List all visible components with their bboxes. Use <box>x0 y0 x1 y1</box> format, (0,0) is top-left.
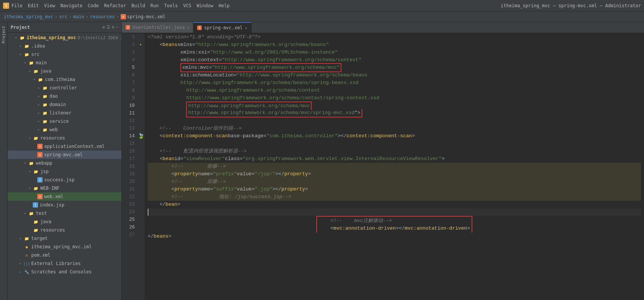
left-panel-tab: Project <box>0 22 8 300</box>
jsp-folder-label: jsp <box>40 169 49 174</box>
linenum-20: 20 <box>122 178 135 186</box>
breadcrumb-src[interactable]: src <box>59 14 67 19</box>
breadcrumb-main[interactable]: main <box>73 14 84 19</box>
project-label: itheima_spring_mvc <box>27 35 76 40</box>
web-label: web <box>49 127 58 132</box>
tree-item-controller[interactable]: 📁 controller <box>8 84 121 92</box>
tree-item-webxml[interactable]: x web.xml <box>8 192 121 201</box>
tree-item-resources-test[interactable]: 📁 resources <box>8 226 121 234</box>
extlibs-icon: ||| <box>24 261 30 266</box>
tree-item-scratches[interactable]: 🔧 Scratches and Consoles <box>8 268 121 276</box>
folder-icon-main: 📁 <box>28 60 34 65</box>
chevron-project <box>14 35 18 40</box>
menu-refactor[interactable]: Refactor <box>104 3 126 8</box>
tab-springmvc[interactable]: x spring-mvc.xml ✕ <box>193 22 251 33</box>
tree-item-src[interactable]: 📁 src <box>8 50 121 59</box>
menu-code[interactable]: Code <box>88 3 99 8</box>
tree-item-service[interactable]: 📁 service <box>8 117 121 125</box>
chevron-target <box>18 236 23 241</box>
menu-vcs[interactable]: VCS <box>183 3 191 8</box>
folder-icon-java-test: 📁 <box>33 219 39 224</box>
tree-item-project[interactable]: 📁 itheima_spring_mvc D:\IntelliJ IDEA 20… <box>8 33 121 42</box>
chevron-domain <box>37 102 41 107</box>
breadcrumb-resources[interactable]: resources <box>90 14 115 19</box>
tree-item-springmvc[interactable]: x spring-mvc.xml <box>8 151 121 159</box>
tree-item-applicationcontext[interactable]: x applicationContext.xml <box>8 142 121 151</box>
code-content[interactable]: <?xml version="1.0" encoding="UTF-8"?> <… <box>145 33 644 300</box>
marker-19 <box>137 170 145 178</box>
domain-label: domain <box>49 102 66 107</box>
redbox-line10: http://www.springframework.org/schema/mv… <box>186 102 312 110</box>
chevron-web <box>37 127 41 132</box>
code-line-25-wrapper: <!-- mvc注解驱动--> <mvc:annotation-driven><… <box>148 216 641 233</box>
marker-2[interactable]: ▸ <box>137 41 145 49</box>
resources-test-label: resources <box>40 227 65 233</box>
tab-usercontroller[interactable]: J UserController.java ✕ <box>122 22 193 33</box>
menu-edit[interactable]: Edit <box>28 3 39 8</box>
sidebar-icon-minimize[interactable]: − <box>116 25 118 30</box>
code-editor[interactable]: 1 2 3 4 5 6 7 8 9 10 11 12 13 14 15 16 1… <box>122 33 644 300</box>
tree-item-iml[interactable]: ◼ itheima_spring_mvc.iml <box>8 243 121 251</box>
chevron-idea <box>18 44 23 48</box>
tree-item-webinf[interactable]: 📁 WEB-INF <box>8 184 121 192</box>
linenum-11: 11 <box>122 110 135 117</box>
tree-item-webapp[interactable]: 📁 webapp <box>8 159 121 167</box>
tab-close-usercontroller[interactable]: ✕ <box>187 25 189 30</box>
marker-24 <box>137 208 145 216</box>
tree-item-domain[interactable]: 📁 domain <box>8 100 121 109</box>
menu-navigate[interactable]: Navigate <box>61 3 83 8</box>
tree-item-comitheima[interactable]: 📁 com.itheima <box>8 75 121 84</box>
chevron-controller <box>37 86 41 90</box>
code-line-12 <box>148 117 641 125</box>
tree-item-test[interactable]: 📁 test <box>8 209 121 217</box>
sidebar-icon-settings[interactable]: ⚙ <box>112 25 115 30</box>
tree-item-web[interactable]: 📁 web <box>8 125 121 134</box>
chevron-pom <box>18 253 23 257</box>
linenum-10: 10 <box>122 102 135 110</box>
tree-item-success-jsp[interactable]: j success.jsp <box>8 176 121 184</box>
tree-item-pom[interactable]: m pom.xml <box>8 251 121 259</box>
sidebar: Project ⊕ ☰ ⚙ − 📁 itheima_spring_mvc D:\… <box>8 22 122 300</box>
marker-14[interactable]: 🍃 <box>137 132 145 140</box>
menu-build[interactable]: Build <box>131 3 145 8</box>
menu-file[interactable]: File <box>11 3 22 8</box>
marker-10 <box>137 102 145 110</box>
menu-window[interactable]: Window <box>197 3 213 8</box>
tree-item-resources[interactable]: 📁 resources <box>8 134 121 142</box>
tree-item-listener[interactable]: 📁 listener <box>8 109 121 117</box>
tree-item-jsp-folder[interactable]: 📁 jsp <box>8 167 121 176</box>
linenum-13: 13 <box>122 125 135 132</box>
java-tab-icon: J <box>126 25 130 30</box>
code-line-22: <!-- 地址: /jsp/success.jsp--> <box>148 193 641 201</box>
menu-run[interactable]: Run <box>150 3 159 8</box>
menu-tools[interactable]: Tools <box>164 3 178 8</box>
resources-label: resources <box>40 135 65 141</box>
tree-item-java-test[interactable]: 📁 java <box>8 217 121 226</box>
project-panel-label[interactable]: Project <box>0 24 7 46</box>
sidebar-icon-external[interactable]: ⊕ <box>102 25 105 30</box>
sidebar-icon-list[interactable]: ☰ <box>107 25 110 30</box>
chevron-success <box>32 178 37 182</box>
tab-close-springmvc[interactable]: ✕ <box>245 26 247 30</box>
tree-item-target[interactable]: 📁 target <box>8 234 121 243</box>
tree-item-idea[interactable]: 📁 .idea <box>8 42 121 50</box>
tree-item-main[interactable]: 📁 main <box>8 59 121 67</box>
menu-view[interactable]: View <box>44 3 55 8</box>
linenum-8: 8 <box>122 87 135 94</box>
test-label: test <box>36 211 47 216</box>
springmvc-label: spring-mvc.xml <box>44 152 83 157</box>
code-line-25: <!-- mvc注解驱动--> <box>319 217 470 225</box>
chevron-main <box>23 60 27 65</box>
pom-label: pom.xml <box>31 252 51 258</box>
tree-item-dao[interactable]: 📁 dao <box>8 92 121 100</box>
tree-item-indexjsp[interactable]: j index.jsp <box>8 201 121 209</box>
tree-item-extlibs[interactable]: ||| External Libraries <box>8 259 121 268</box>
xml-icon-springmvc: x <box>37 152 43 157</box>
breadcrumb-project[interactable]: itheima_spring_mvc <box>4 14 53 19</box>
menu-help[interactable]: Help <box>218 3 230 8</box>
indexjsp-label: index.jsp <box>40 202 64 208</box>
iml-icon: ◼ <box>24 244 30 249</box>
linenum-22: 22 <box>122 193 135 201</box>
sidebar-header: Project ⊕ ☰ ⚙ − <box>8 22 121 33</box>
tree-item-java[interactable]: 📁 java <box>8 67 121 75</box>
